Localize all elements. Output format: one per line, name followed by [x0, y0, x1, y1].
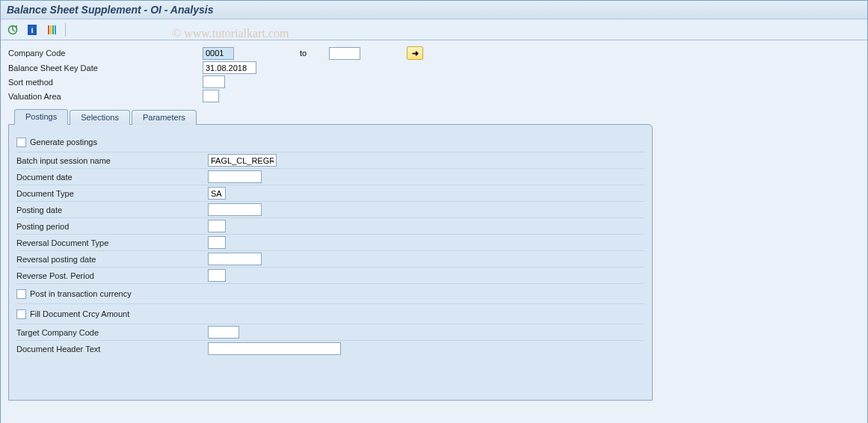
rev-doc-type-label: Reversal Document Type [16, 237, 208, 249]
key-date-input[interactable] [203, 61, 256, 74]
title-bar: Balance Sheet Supplement - OI - Analysis [1, 1, 867, 19]
header-text-input[interactable] [208, 342, 341, 355]
sort-method-label: Sort method [8, 76, 203, 88]
rev-post-period-label: Reverse Post. Period [16, 270, 208, 282]
post-tx-currency-checkbox[interactable] [16, 289, 26, 299]
tab-postings[interactable]: Postings [14, 109, 68, 125]
rev-post-period-input[interactable] [208, 269, 226, 282]
arrow-right-icon: ➜ [412, 49, 419, 58]
document-date-input[interactable] [208, 170, 262, 183]
posting-period-label: Posting period [16, 220, 208, 232]
company-code-from-input[interactable] [203, 47, 234, 60]
post-tx-currency-label: Post in transaction currency [30, 288, 132, 300]
target-cc-input[interactable] [208, 326, 239, 339]
posting-date-label: Posting date [16, 204, 208, 216]
rev-posting-date-input[interactable] [208, 253, 262, 265]
batch-session-label: Batch input session name [16, 155, 208, 167]
target-cc-label: Target Company Code [16, 327, 208, 339]
selection-options-button[interactable] [44, 23, 59, 37]
posting-period-input[interactable] [208, 220, 226, 232]
tab-panel-postings: Generate postings Batch input session na… [8, 124, 653, 401]
multiple-selection-button[interactable]: ➜ [407, 46, 423, 60]
fill-doc-crcy-checkbox[interactable] [16, 309, 26, 319]
posting-date-input[interactable] [208, 203, 262, 216]
header-text-label: Document Header Text [16, 343, 208, 355]
batch-session-input[interactable] [208, 154, 277, 167]
generate-postings-label: Generate postings [30, 136, 97, 148]
company-code-to-input[interactable] [329, 47, 360, 60]
program-doc-button[interactable]: i [25, 23, 40, 37]
company-code-label: Company Code [8, 47, 203, 59]
info-icon: i [28, 25, 37, 35]
rev-doc-type-input[interactable] [208, 236, 226, 249]
document-date-label: Document date [16, 171, 208, 183]
fill-doc-crcy-label: Fill Document Crcy Amount [30, 308, 129, 320]
valuation-area-input[interactable] [203, 90, 219, 102]
tab-parameters[interactable]: Parameters [132, 110, 197, 125]
toolbar-separator [65, 23, 66, 37]
tab-selections[interactable]: Selections [70, 110, 130, 125]
stripe-icon [48, 25, 56, 34]
document-type-input[interactable] [208, 187, 226, 200]
company-code-to-label: to [247, 49, 329, 58]
page-title: Balance Sheet Supplement - OI - Analysis [7, 4, 213, 16]
document-type-label: Document Type [16, 188, 208, 200]
execute-icon [7, 25, 18, 35]
key-date-label: Balance Sheet Key Date [8, 62, 203, 74]
application-toolbar: i [1, 19, 867, 40]
generate-postings-checkbox[interactable] [16, 138, 26, 147]
rev-posting-date-label: Reversal posting date [16, 253, 208, 265]
execute-button[interactable] [5, 23, 20, 37]
sort-method-input[interactable] [203, 75, 225, 88]
valuation-area-label: Valuation Area [8, 90, 203, 102]
tab-bar: Postings Selections Parameters [14, 108, 860, 124]
